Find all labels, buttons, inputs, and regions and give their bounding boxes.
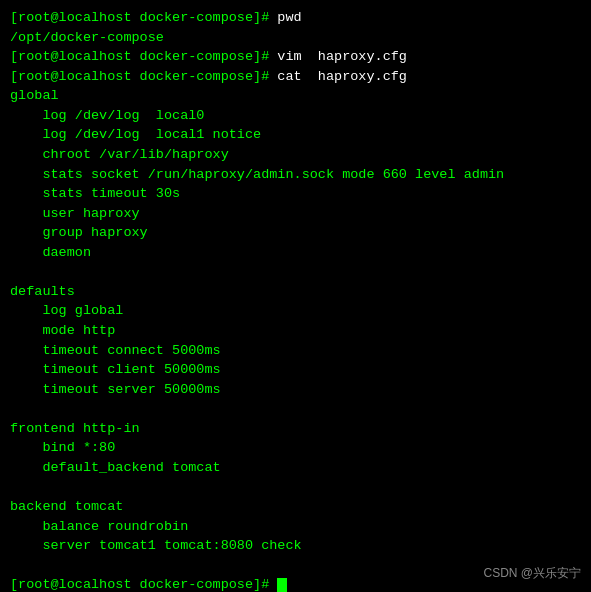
terminal-line: group haproxy	[10, 223, 581, 243]
output-text: default_backend tomcat	[10, 460, 221, 475]
terminal-line: backend tomcat	[10, 497, 581, 517]
output-text: mode http	[10, 323, 115, 338]
output-text: timeout server 50000ms	[10, 382, 221, 397]
terminal-line: /opt/docker-compose	[10, 28, 581, 48]
command-text: pwd	[277, 10, 301, 25]
terminal-line: log /dev/log local0	[10, 106, 581, 126]
output-text: global	[10, 88, 59, 103]
output-text: balance roundrobin	[10, 519, 188, 534]
terminal-line: global	[10, 86, 581, 106]
output-text: timeout connect 5000ms	[10, 343, 221, 358]
terminal-line: user haproxy	[10, 204, 581, 224]
prompt: [root@localhost docker-compose]#	[10, 69, 277, 84]
prompt: [root@localhost docker-compose]#	[10, 10, 277, 25]
command-text: vim haproxy.cfg	[277, 49, 407, 64]
output-text: defaults	[10, 284, 75, 299]
output-text: frontend http-in	[10, 421, 140, 436]
terminal-line: stats timeout 30s	[10, 184, 581, 204]
terminal-line: daemon	[10, 243, 581, 263]
terminal-line: timeout connect 5000ms	[10, 341, 581, 361]
terminal-line: [root@localhost docker-compose]# pwd	[10, 8, 581, 28]
terminal-line: balance roundrobin	[10, 517, 581, 537]
output-text: user haproxy	[10, 206, 140, 221]
terminal-line: frontend http-in	[10, 419, 581, 439]
watermark: CSDN @兴乐安宁	[483, 565, 581, 582]
output-text: backend tomcat	[10, 499, 123, 514]
terminal-line	[10, 262, 581, 282]
output-text: chroot /var/lib/haproxy	[10, 147, 229, 162]
terminal-line: defaults	[10, 282, 581, 302]
output-text: stats socket /run/haproxy/admin.sock mod…	[10, 167, 504, 182]
terminal-window: [root@localhost docker-compose]# pwd/opt…	[0, 0, 591, 592]
terminal-line: chroot /var/lib/haproxy	[10, 145, 581, 165]
output-text: daemon	[10, 245, 91, 260]
terminal-line: timeout client 50000ms	[10, 360, 581, 380]
terminal-content: [root@localhost docker-compose]# pwd/opt…	[10, 8, 581, 592]
terminal-line: stats socket /run/haproxy/admin.sock mod…	[10, 165, 581, 185]
terminal-line: log global	[10, 301, 581, 321]
output-text: log global	[10, 303, 123, 318]
output-text: server tomcat1 tomcat:8080 check	[10, 538, 302, 553]
output-text: timeout client 50000ms	[10, 362, 221, 377]
terminal-line: bind *:80	[10, 438, 581, 458]
terminal-line: default_backend tomcat	[10, 458, 581, 478]
output-text: bind *:80	[10, 440, 115, 455]
cursor	[277, 578, 287, 592]
prompt: [root@localhost docker-compose]#	[10, 49, 277, 64]
output-text: /opt/docker-compose	[10, 30, 164, 45]
output-text: log /dev/log local0	[10, 108, 204, 123]
terminal-line: log /dev/log local1 notice	[10, 125, 581, 145]
output-text: group haproxy	[10, 225, 148, 240]
terminal-line: timeout server 50000ms	[10, 380, 581, 400]
terminal-line: [root@localhost docker-compose]# cat hap…	[10, 67, 581, 87]
output-text: log /dev/log local1 notice	[10, 127, 261, 142]
terminal-line: mode http	[10, 321, 581, 341]
command-text: cat haproxy.cfg	[277, 69, 407, 84]
terminal-line	[10, 478, 581, 498]
terminal-line	[10, 399, 581, 419]
output-text: stats timeout 30s	[10, 186, 180, 201]
terminal-line: server tomcat1 tomcat:8080 check	[10, 536, 581, 556]
terminal-line: [root@localhost docker-compose]# vim hap…	[10, 47, 581, 67]
prompt: [root@localhost docker-compose]#	[10, 577, 277, 592]
